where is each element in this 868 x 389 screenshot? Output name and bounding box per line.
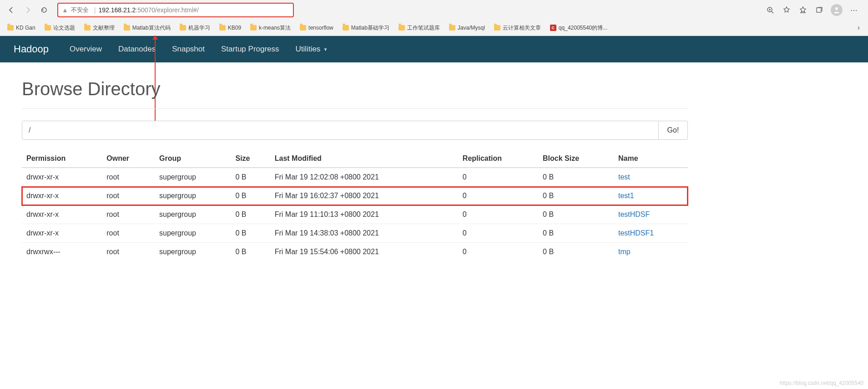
path-input[interactable] [22, 121, 659, 140]
toolbar-spacer [300, 3, 762, 17]
insecure-icon: ▲ [62, 6, 68, 14]
path-input-row: Go! [22, 121, 688, 140]
table-cell: drwxr-xr-x [22, 205, 102, 224]
bookmark-label: KB09 [228, 25, 241, 31]
column-header[interactable]: Owner [102, 150, 155, 168]
bookmark-label: Matlab算法代码 [132, 24, 171, 32]
column-header[interactable]: Last Modified [270, 150, 458, 168]
page-content: Browse Directory Go! PermissionOwnerGrou… [0, 62, 710, 277]
folder-icon [300, 25, 306, 31]
table-row: drwxr-xr-xrootsupergroup0 BFri Mar 19 11… [22, 205, 688, 224]
table-cell: 0 [458, 168, 538, 187]
back-button[interactable] [5, 3, 18, 17]
nav-link-datanodes[interactable]: Datanodes [118, 45, 156, 54]
browser-toolbar: ▲ 不安全 | 192.168.21.2:50070/explorer.html… [0, 0, 868, 20]
folder-icon [449, 25, 455, 31]
bookmark-item[interactable]: Matlab算法代码 [120, 22, 174, 34]
folder-icon [124, 25, 130, 31]
table-row: drwxr-xr-xrootsupergroup0 BFri Mar 19 14… [22, 224, 688, 243]
profile-avatar[interactable] [831, 4, 843, 16]
directory-link[interactable]: testHDSF [618, 210, 650, 218]
table-cell: root [102, 205, 155, 224]
column-header[interactable]: Replication [458, 150, 538, 168]
folder-icon [7, 25, 14, 31]
column-header[interactable]: Name [614, 150, 688, 168]
bookmark-label: 机器学习 [188, 24, 210, 32]
browser-chrome: ▲ 不安全 | 192.168.21.2:50070/explorer.html… [0, 0, 868, 36]
bookmark-item[interactable]: Java/Mysql [445, 23, 489, 33]
bookmark-item[interactable]: 工作笔试题库 [395, 22, 444, 34]
table-cell: 0 B [538, 168, 614, 187]
forward-button[interactable] [21, 3, 35, 17]
table-cell: 0 [458, 243, 538, 261]
table-row: drwxr-xr-xrootsupergroup0 BFri Mar 19 12… [22, 168, 688, 187]
table-cell: Fri Mar 19 14:38:03 +0800 2021 [270, 224, 458, 243]
table-cell: drwxr-xr-x [22, 168, 102, 187]
zoom-icon[interactable] [765, 5, 775, 15]
table-cell: Fri Mar 19 11:10:13 +0800 2021 [270, 205, 458, 224]
folder-icon [219, 25, 226, 31]
table-row: drwxrwx---rootsupergroup0 BFri Mar 19 15… [22, 243, 688, 261]
table-cell: Fri Mar 19 15:54:06 +0800 2021 [270, 243, 458, 261]
folder-icon [180, 25, 186, 31]
collections-icon[interactable] [814, 5, 824, 15]
table-cell: 0 B [231, 168, 270, 187]
menu-icon[interactable]: ⋯ [849, 5, 859, 15]
svg-line-1 [772, 11, 773, 13]
directory-link[interactable]: test [618, 173, 630, 181]
page-title: Browse Directory [22, 79, 688, 99]
bookmark-item[interactable]: 机器学习 [176, 22, 214, 34]
url-host: 192.168.21.2 [99, 6, 136, 14]
table-cell: root [102, 243, 155, 261]
table-cell-name: tmp [614, 243, 688, 261]
table-cell: 0 [458, 205, 538, 224]
hadoop-brand[interactable]: Hadoop [14, 43, 49, 55]
folder-icon [494, 25, 500, 31]
bookmark-item[interactable]: Cqq_42005540的博... [546, 22, 611, 34]
directory-link[interactable]: test1 [618, 192, 634, 200]
bookmark-label: tensorflow [308, 25, 333, 31]
insecure-label: 不安全 [71, 6, 89, 14]
nav-link-startup-progress[interactable]: Startup Progress [221, 45, 279, 54]
bookmarks-overflow-icon[interactable]: › [853, 24, 864, 32]
nav-link-utilities[interactable]: Utilities▼ [296, 45, 328, 54]
directory-link[interactable]: tmp [618, 248, 631, 256]
toolbar-right-icons: ⋯ [765, 4, 863, 16]
directory-link[interactable]: testHDSF1 [618, 229, 654, 237]
table-cell: root [102, 168, 155, 187]
bookmark-label: 文献整理 [93, 24, 115, 32]
bookmark-item[interactable]: 云计算相关文章 [490, 22, 545, 34]
bookmark-item[interactable]: tensorflow [296, 23, 337, 33]
favorite-icon[interactable] [782, 5, 792, 15]
nav-link-snapshot[interactable]: Snapshot [172, 45, 205, 54]
column-header[interactable]: Block Size [538, 150, 614, 168]
caret-down-icon: ▼ [323, 47, 328, 52]
table-cell: root [102, 187, 155, 205]
bookmark-item[interactable]: KB09 [216, 23, 245, 33]
table-cell: drwxr-xr-x [22, 187, 102, 205]
bookmark-item[interactable]: Matlab基础学习 [339, 22, 393, 34]
go-button[interactable]: Go! [659, 121, 688, 140]
column-header[interactable]: Size [231, 150, 270, 168]
bookmark-label: 云计算相关文章 [503, 24, 541, 32]
bookmark-item[interactable]: 文献整理 [81, 22, 118, 34]
folder-icon [84, 25, 91, 31]
bookmark-item[interactable]: k-means算法 [247, 22, 294, 34]
table-cell: 0 B [231, 187, 270, 205]
table-cell: 0 B [538, 224, 614, 243]
bookmark-item[interactable]: KD Gan [4, 23, 39, 33]
folder-icon [45, 25, 51, 31]
column-header[interactable]: Permission [22, 150, 102, 168]
table-cell: drwxrwx--- [22, 243, 102, 261]
table-cell: 0 B [538, 243, 614, 261]
address-bar[interactable]: ▲ 不安全 | 192.168.21.2:50070/explorer.html… [57, 3, 294, 17]
refresh-button[interactable] [37, 3, 51, 17]
nav-link-overview[interactable]: Overview [70, 45, 102, 54]
favorites-list-icon[interactable] [798, 5, 808, 15]
table-cell: supergroup [155, 224, 231, 243]
table-cell: 0 [458, 224, 538, 243]
column-header[interactable]: Group [155, 150, 231, 168]
table-cell: 0 B [538, 187, 614, 205]
bookmark-item[interactable]: 论文选题 [41, 22, 79, 34]
csdn-icon: C [550, 25, 556, 31]
